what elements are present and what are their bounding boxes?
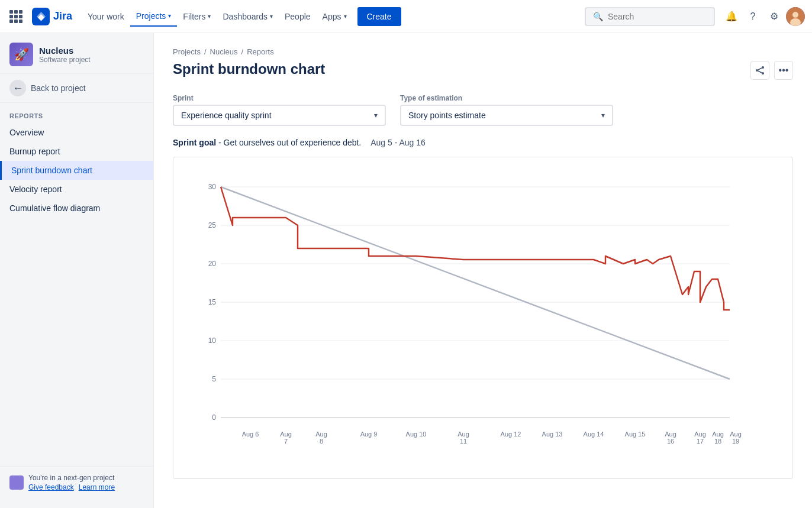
topnav-dashboards[interactable]: Dashboards ▾ [217, 7, 279, 26]
topnav-links: Your work Projects ▾ Filters ▾ Dashboard… [82, 7, 352, 27]
main-content: Projects / Nucleus / Reports Sprint burn… [154, 33, 812, 508]
topnav-projects[interactable]: Projects ▾ [130, 7, 178, 27]
project-type: Software project [39, 56, 91, 64]
sprint-dropdown-value: Experience quality sprint [181, 111, 272, 120]
breadcrumb-reports[interactable]: Reports [247, 47, 274, 56]
svg-text:Aug: Aug [712, 431, 724, 438]
svg-text:16: 16 [667, 438, 674, 445]
back-label: Back to project [31, 83, 86, 93]
chart-svg-wrapper: Story points estimates 30 25 20 15 10 5 [185, 169, 781, 467]
sidebar-item-cumulative[interactable]: Cumulative flow diagram [0, 199, 153, 218]
breadcrumb-projects[interactable]: Projects [173, 47, 201, 56]
estimation-dropdown-chevron: ▾ [601, 111, 605, 119]
svg-text:25: 25 [208, 221, 217, 229]
svg-text:Aug 10: Aug 10 [406, 431, 427, 438]
sidebar-item-burnup[interactable]: Burnup report [0, 142, 153, 161]
sidebar: 🚀 Nucleus Software project ← Back to pro… [0, 33, 154, 508]
svg-text:Aug: Aug [457, 431, 469, 438]
svg-text:Aug: Aug [730, 431, 742, 438]
burndown-chart: Story points estimates 30 25 20 15 10 5 [185, 169, 742, 465]
svg-text:Aug 15: Aug 15 [625, 431, 646, 438]
more-options-button[interactable]: ••• [774, 61, 793, 80]
svg-text:Aug: Aug [280, 431, 292, 438]
project-name: Nucleus [39, 46, 91, 56]
breadcrumb-sep-1: / [204, 47, 207, 56]
app-grid-button[interactable] [7, 8, 25, 25]
svg-text:0: 0 [212, 413, 216, 422]
estimation-filter-group: Type of estimation Story points estimate… [400, 94, 613, 126]
page-title: Sprint burndown chart [173, 61, 325, 77]
jira-logo[interactable]: Jira [32, 8, 72, 25]
give-feedback-link[interactable]: Give feedback [28, 483, 74, 491]
breadcrumb-sep-2: / [241, 47, 244, 56]
svg-text:8: 8 [320, 438, 323, 445]
topnav-apps[interactable]: Apps ▾ [317, 7, 353, 26]
svg-text:18: 18 [714, 438, 721, 445]
topnav-filters[interactable]: Filters ▾ [177, 7, 217, 26]
svg-point-6 [762, 72, 764, 75]
svg-text:Aug 14: Aug 14 [584, 431, 604, 438]
share-button[interactable] [750, 61, 769, 80]
sidebar-item-velocity[interactable]: Velocity report [0, 180, 153, 199]
svg-text:7: 7 [284, 438, 288, 445]
svg-text:Aug: Aug [665, 431, 676, 438]
topnav-your-work[interactable]: Your work [82, 7, 130, 26]
sprint-dropdown-chevron: ▾ [374, 111, 378, 119]
sidebar-project: 🚀 Nucleus Software project [0, 33, 153, 74]
sprint-goal-text: - Get ourselves out of experience debt. [218, 138, 361, 147]
chart-container: Story points estimates 30 25 20 15 10 5 [173, 157, 793, 479]
breadcrumb-nucleus[interactable]: Nucleus [210, 47, 238, 56]
svg-text:5: 5 [212, 375, 216, 383]
svg-point-2 [792, 12, 798, 18]
reports-section-title: Reports [0, 103, 153, 123]
svg-text:Aug 13: Aug 13 [542, 431, 563, 438]
svg-text:Aug 9: Aug 9 [360, 431, 378, 438]
help-button[interactable]: ? [743, 7, 762, 26]
sprint-goal-dates: Aug 5 - Aug 16 [370, 138, 426, 147]
sidebar-bottom-info: You're in a next-gen project Give feedba… [28, 474, 115, 491]
svg-text:30: 30 [208, 183, 217, 191]
search-bar[interactable]: 🔍 [585, 7, 715, 26]
topnav-icon-group: 🔔 ? ⚙ [722, 7, 805, 26]
svg-line-8 [758, 71, 762, 73]
sidebar-item-sprint-burndown[interactable]: Sprint burndown chart [0, 161, 153, 180]
page-header-actions: ••• [750, 61, 793, 80]
estimation-dropdown-value: Story points estimate [408, 111, 486, 120]
svg-text:19: 19 [732, 438, 739, 445]
filters-row: Sprint Experience quality sprint ▾ Type … [173, 94, 793, 126]
next-gen-icon [9, 475, 24, 490]
learn-more-link[interactable]: Learn more [79, 483, 115, 491]
svg-line-7 [758, 68, 762, 70]
sidebar-bottom-links: Give feedback Learn more [28, 483, 115, 491]
svg-text:Aug 6: Aug 6 [242, 431, 259, 438]
svg-text:11: 11 [460, 438, 467, 445]
svg-text:15: 15 [208, 298, 217, 306]
sprint-goal-label: Sprint goal [173, 138, 216, 147]
project-icon: 🚀 [9, 43, 33, 66]
estimation-dropdown[interactable]: Story points estimate ▾ [400, 105, 613, 126]
svg-text:Aug: Aug [694, 431, 706, 438]
estimation-filter-label: Type of estimation [400, 94, 613, 102]
page-header: Sprint burndown chart ••• [173, 61, 793, 80]
jira-logo-text: Jira [53, 10, 72, 22]
svg-point-4 [762, 66, 764, 69]
back-to-project[interactable]: ← Back to project [0, 74, 153, 103]
sprint-dropdown[interactable]: Experience quality sprint ▾ [173, 105, 386, 126]
notifications-button[interactable]: 🔔 [722, 7, 741, 26]
svg-text:Aug: Aug [315, 431, 327, 438]
sidebar-item-overview[interactable]: Overview [0, 123, 153, 142]
svg-text:10: 10 [208, 336, 217, 345]
settings-button[interactable]: ⚙ [765, 7, 784, 26]
svg-text:20: 20 [208, 260, 217, 268]
main-layout: 🚀 Nucleus Software project ← Back to pro… [0, 33, 812, 508]
search-input[interactable] [608, 12, 707, 21]
svg-text:Aug 12: Aug 12 [501, 431, 521, 438]
sprint-filter-group: Sprint Experience quality sprint ▾ [173, 94, 386, 126]
user-avatar[interactable] [786, 7, 805, 26]
create-button[interactable]: Create [357, 7, 401, 26]
topnav-people[interactable]: People [279, 7, 317, 26]
svg-point-5 [756, 69, 758, 72]
svg-text:17: 17 [697, 438, 704, 445]
next-gen-text: You're in a next-gen project [28, 474, 115, 482]
search-icon: 🔍 [593, 12, 603, 21]
